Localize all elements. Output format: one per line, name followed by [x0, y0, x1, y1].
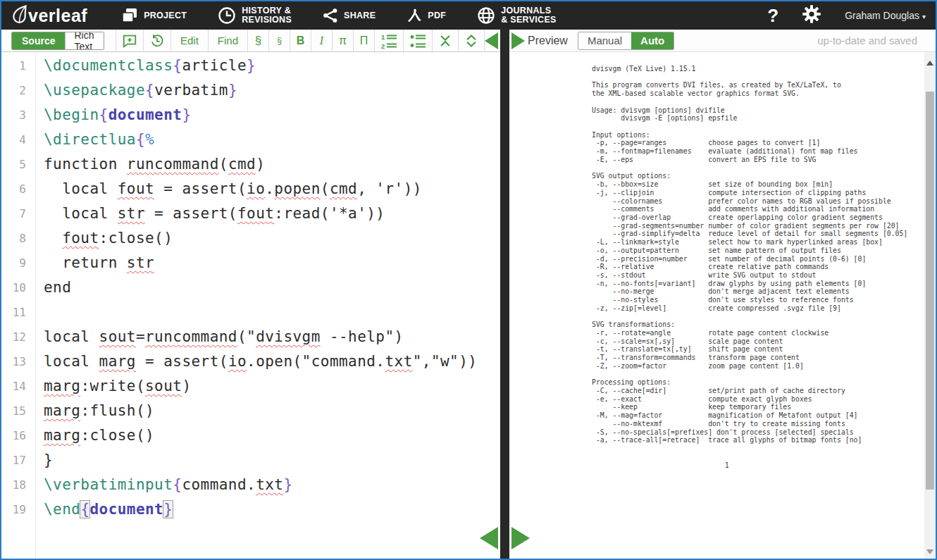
edit-menu-button[interactable]: Edit: [171, 30, 209, 51]
bold-button[interactable]: B: [290, 30, 311, 51]
menu-label: HISTORY &REVISIONS: [242, 6, 292, 25]
code-line: \end{document}: [44, 497, 500, 522]
history-clock-icon: [218, 6, 236, 25]
menu-label: SHARE: [344, 11, 376, 20]
code-line: marg:write(sout): [44, 374, 500, 399]
project-icon: [121, 7, 138, 24]
find-button[interactable]: Find: [209, 30, 248, 51]
user-menu[interactable]: Graham Douglas▾: [845, 10, 926, 21]
line-number: 7: [1, 201, 35, 226]
gear-icon[interactable]: [802, 5, 821, 26]
add-comment-button[interactable]: [116, 30, 144, 51]
track-changes-button[interactable]: [144, 30, 171, 51]
line-number: 19: [1, 497, 35, 522]
italic-button[interactable]: I: [311, 30, 333, 51]
numbered-list-icon: 12: [380, 32, 397, 49]
code-line: \verbatiminput{command.txt}: [44, 473, 500, 497]
line-number: 11: [1, 300, 35, 325]
pdf-page-text: dvisvgm (TeX Live) 1.15.1 This program c…: [592, 65, 907, 469]
code-line: marg:close(): [44, 423, 500, 448]
line-number: 15: [1, 399, 35, 423]
expand-preview-arrow-button[interactable]: [511, 32, 525, 49]
inline-math-button[interactable]: π: [333, 30, 354, 51]
code-line: [44, 300, 500, 325]
collapse-icon: [438, 33, 452, 49]
subsection-button[interactable]: §: [269, 30, 290, 51]
chevron-down-icon: ▾: [922, 13, 926, 20]
menu-label: PROJECT: [144, 11, 187, 20]
line-number: 3: [1, 103, 35, 127]
rich-text-mode-button[interactable]: Rich Text: [65, 32, 103, 49]
pdf-preview-pane: dvisvgm (TeX Live) 1.15.1 This program c…: [509, 52, 936, 559]
scroll-up-icon[interactable]: [926, 61, 933, 66]
line-number: 13: [1, 349, 35, 374]
pdf-menu[interactable]: PDF: [407, 7, 446, 24]
compile-mode-toggle: Manual Auto: [578, 32, 674, 50]
line-number: 17: [1, 448, 35, 473]
share-icon: [323, 7, 338, 24]
project-menu[interactable]: PROJECT: [121, 7, 187, 24]
history-revisions-menu[interactable]: HISTORY &REVISIONS: [218, 6, 292, 25]
line-number: 2: [1, 78, 35, 103]
code-line: \documentclass{article}: [44, 54, 500, 78]
format-toolbar: EditFind§§BIπΠ12: [116, 30, 485, 51]
mode-toggle: Source Rich Text: [11, 32, 104, 50]
logo-text: verleaf: [28, 6, 87, 26]
bullet-list-button[interactable]: [404, 30, 433, 51]
help-icon[interactable]: ?: [767, 5, 778, 27]
overleaf-leaf-icon: [11, 4, 27, 27]
menu-label: JOURNALS& SERVICES: [501, 6, 557, 25]
numbered-list-button[interactable]: 12: [375, 30, 404, 51]
pdf-icon: [407, 7, 422, 24]
code-line: return str: [44, 251, 500, 275]
header-right: ? Graham Douglas▾: [767, 5, 926, 27]
auto-compile-button[interactable]: Auto: [631, 32, 674, 49]
line-number-gutter: 12345678910111213141516171819: [1, 52, 36, 559]
collapse-button[interactable]: [433, 30, 459, 51]
source-editor[interactable]: 12345678910111213141516171819 \documentc…: [1, 52, 500, 559]
share-menu[interactable]: SHARE: [323, 7, 376, 24]
code-line: local str = assert(fout:read('*a')): [44, 201, 500, 226]
display-math-button[interactable]: Π: [354, 30, 375, 51]
line-number: 4: [1, 127, 35, 152]
code-line: \begin{document}: [44, 103, 500, 127]
source-mode-button[interactable]: Source: [12, 32, 65, 49]
overleaf-window: verleaf PROJECTHISTORY &REVISIONSSHAREPD…: [0, 0, 937, 560]
preview-scrollbar[interactable]: [924, 52, 936, 559]
manual-compile-button[interactable]: Manual: [578, 32, 631, 49]
journals-services-menu[interactable]: JOURNALS& SERVICES: [477, 6, 557, 25]
code-line: local marg = assert(io.open("command.txt…: [44, 349, 500, 374]
line-number: 18: [1, 473, 35, 497]
line-number: 16: [1, 423, 35, 448]
code-line: function runcommand(cmd): [44, 152, 500, 177]
collapse-editor-bottom-arrow-button[interactable]: [480, 527, 498, 549]
svg-text:1: 1: [381, 33, 385, 41]
code-line: \usepackage{verbatim}: [44, 78, 500, 103]
sync-status: up-to-date and saved: [817, 35, 917, 46]
collapse-editor-arrow-button[interactable]: [485, 32, 498, 49]
preview-label: Preview: [528, 35, 568, 47]
expand-button[interactable]: [459, 30, 485, 51]
overleaf-logo[interactable]: verleaf: [11, 4, 87, 27]
globe-icon: [477, 6, 495, 25]
expand-preview-bottom-arrow-button[interactable]: [511, 527, 530, 549]
editor-toolbar: Source Rich Text EditFind§§BIπΠ12: [1, 30, 500, 52]
line-number: 6: [1, 177, 35, 201]
toolbar-row: Source Rich Text EditFind§§BIπΠ12 Previe…: [1, 30, 936, 52]
code-line: local fout = assert(io.popen(cmd, 'r')): [44, 177, 500, 201]
section-button[interactable]: §: [248, 30, 269, 51]
line-number: 1: [1, 54, 35, 78]
pane-divider[interactable]: [500, 30, 509, 559]
code-line: }: [44, 448, 500, 473]
svg-text:2: 2: [381, 42, 385, 49]
line-number: 12: [1, 325, 35, 349]
scrollbar-thumb[interactable]: [926, 92, 934, 490]
code-line: marg:flush(): [44, 399, 500, 423]
top-header: verleaf PROJECTHISTORY &REVISIONSSHAREPD…: [1, 1, 936, 30]
undo-history-icon: [149, 33, 165, 49]
scroll-down-icon[interactable]: [926, 549, 933, 554]
line-number: 5: [1, 152, 35, 177]
code-area[interactable]: \documentclass{article}\usepackage{verba…: [36, 52, 500, 559]
line-number: 8: [1, 226, 35, 251]
preview-toolbar: Preview Manual Auto up-to-date and saved: [509, 30, 936, 52]
